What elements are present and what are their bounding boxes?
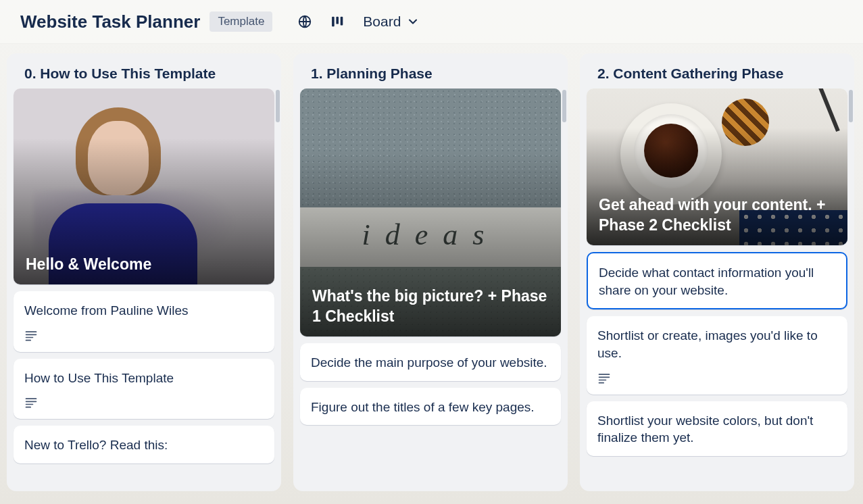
list-title[interactable]: 0. How to Use This Template: [7, 53, 281, 89]
list-cards: ideas What's the big picture? + Phase 1 …: [293, 89, 568, 491]
board-header: Website Task Planner Template Board: [0, 0, 863, 44]
card-title: What's the big picture? + Phase 1 Checkl…: [312, 286, 549, 327]
card-welcome[interactable]: Welcome from Pauline Wiles: [14, 291, 274, 352]
card-text: Shortlist or create, images you'd like t…: [587, 316, 847, 371]
card-cover-image: Get ahead with your content. + Phase 2 C…: [587, 89, 847, 245]
board-view-icon-button[interactable]: [326, 9, 351, 34]
card-title: Hello & Welcome: [26, 255, 262, 275]
list-cards: Get ahead with your content. + Phase 2 C…: [580, 89, 854, 491]
description-icon: [24, 396, 38, 409]
card-text: Welcome from Pauline Wiles: [14, 291, 274, 329]
list-content-gathering: 2. Content Gathering Phase Get ahead wit…: [580, 53, 854, 491]
cover-card-big-picture[interactable]: ideas What's the big picture? + Phase 1 …: [300, 89, 561, 336]
card-text: How to Use This Template: [14, 359, 274, 397]
card-main-purpose[interactable]: Decide the main purpose of your website.: [300, 343, 561, 381]
board-canvas[interactable]: 0. How to Use This Template Hello & Welc…: [0, 44, 863, 503]
svg-rect-2: [337, 17, 339, 24]
view-label: Board: [363, 14, 401, 30]
list-how-to-use: 0. How to Use This Template Hello & Welc…: [7, 53, 281, 491]
card-new-to-trello[interactable]: New to Trello? Read this:: [14, 426, 274, 463]
view-switcher[interactable]: Board: [363, 14, 420, 30]
globe-icon: [297, 14, 312, 29]
list-title[interactable]: 2. Content Gathering Phase: [580, 53, 854, 89]
card-how-to-use[interactable]: How to Use This Template: [14, 359, 274, 420]
svg-rect-3: [341, 17, 343, 26]
svg-rect-1: [332, 17, 335, 26]
card-text: New to Trello? Read this:: [14, 426, 274, 463]
cover-card-content[interactable]: Get ahead with your content. + Phase 2 C…: [587, 89, 847, 245]
list-cards: Hello & Welcome Welcome from Pauline Wil…: [7, 89, 281, 491]
list-planning-phase: 1. Planning Phase ideas What's the big p…: [293, 53, 568, 491]
description-icon: [24, 329, 38, 343]
chevron-down-icon: [406, 15, 420, 28]
cover-card-hello[interactable]: Hello & Welcome: [14, 89, 274, 284]
card-text: Decide what contact information you'll s…: [588, 253, 846, 308]
visibility-button[interactable]: [293, 9, 317, 34]
description-icon: [597, 372, 611, 385]
card-cover-image: Hello & Welcome: [14, 89, 274, 284]
card-cover-image: ideas What's the big picture? + Phase 1 …: [300, 89, 561, 336]
card-text: Decide the main purpose of your website.: [300, 343, 561, 381]
card-contact-info[interactable]: Decide what contact information you'll s…: [587, 252, 847, 309]
card-shortlist-images[interactable]: Shortlist or create, images you'd like t…: [587, 316, 847, 394]
board-title[interactable]: Website Task Planner: [20, 11, 200, 32]
template-badge[interactable]: Template: [209, 11, 272, 32]
card-shortlist-colors[interactable]: Shortlist your website colors, but don't…: [587, 401, 847, 456]
card-text: Figure out the titles of a few key pages…: [300, 388, 561, 426]
card-text: Shortlist your website colors, but don't…: [587, 401, 847, 456]
card-page-titles[interactable]: Figure out the titles of a few key pages…: [300, 388, 561, 426]
card-title: Get ahead with your content. + Phase 2 C…: [599, 195, 835, 236]
board-bars-icon: [331, 16, 346, 28]
list-title[interactable]: 1. Planning Phase: [293, 53, 568, 89]
